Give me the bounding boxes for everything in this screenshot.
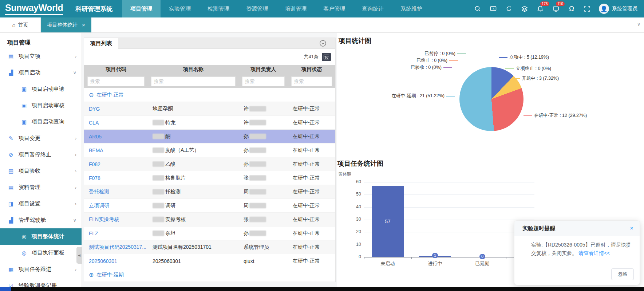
list-toolbar: 共41条 — [84, 49, 335, 65]
table-row-7[interactable]: 立项调研调研周在研中-正常 — [84, 199, 335, 213]
bar-value-label: 1 — [432, 253, 438, 258]
table-row-0[interactable]: DYG地屈孕酮许在研中-正常 — [84, 102, 335, 116]
tab-list-caret-icon[interactable]: ∨ — [637, 22, 640, 27]
popup-close-icon[interactable]: × — [630, 225, 633, 232]
table-row-10[interactable]: 测试项目代码20250317...测试项目名称2025031701系统管理员在研… — [84, 240, 335, 254]
sidebar-item-7[interactable]: ▤项目验收› — [0, 163, 82, 179]
cell-owner: 张 — [239, 216, 288, 223]
sidebar-item-11[interactable]: ◎项目整体统计 — [0, 228, 82, 245]
cell-code: 立项调研 — [84, 202, 148, 209]
monitor-icon[interactable]: 110 — [552, 5, 560, 13]
sidebar-item-label: 项目任务跟进 — [19, 266, 51, 273]
table-row-3[interactable]: BEMA度酸（A工艺）孙在研中-正常 — [84, 143, 335, 157]
column-header-2[interactable]: 项目负责人 — [239, 66, 288, 73]
panel-tab-project-list[interactable]: 项目列表 — [84, 38, 118, 49]
table-row-6[interactable]: 受托检测托检测周在研中-正常 — [84, 185, 335, 199]
nav-item-5[interactable]: 客户管理 — [315, 0, 353, 17]
pie-connector-line — [457, 54, 466, 54]
x-axis-tick — [411, 257, 412, 259]
y-tick-label: 30 — [349, 217, 361, 222]
scan-icon: ◎ — [20, 233, 28, 240]
column-header-0[interactable]: 项目代码 — [84, 66, 148, 73]
bell-icon[interactable]: 176 — [536, 5, 544, 13]
tab-active-label: 项目整体统计 — [47, 22, 78, 28]
table-row-1[interactable]: CLA特龙许在研中-正常 — [84, 116, 335, 130]
x-category-label: 已延期 — [464, 260, 501, 267]
sidebar-item-label: 项目整体统计 — [32, 233, 64, 240]
nav-item-1[interactable]: 实验管理 — [161, 0, 199, 17]
sidebar-item-0[interactable]: ▤项目立项› — [0, 48, 82, 64]
pie-label-0: 立项中 : 5 (12.19%) — [499, 54, 549, 60]
bottom-bar — [0, 287, 644, 291]
group-closed-label: 在研中-延期 — [96, 272, 124, 278]
search-input-col-0[interactable] — [87, 76, 145, 86]
cell-name: 2025060301 — [148, 258, 239, 264]
sidebar-item-10[interactable]: ▟管理驾驶舱∨ — [0, 212, 82, 228]
nav-item-6[interactable]: 查询统计 — [353, 0, 392, 17]
ignore-button[interactable]: 忽略 — [611, 268, 634, 280]
sidebar-item-1[interactable]: ▟项目启动∨ — [0, 64, 82, 81]
top-navbar: SunwayWorld 科研管理系统 项目管理实验管理检测管理资源管理培训管理客… — [0, 0, 644, 17]
omega-icon[interactable]: Ω — [568, 5, 576, 13]
cell-status: 在研中-正常 — [288, 147, 335, 154]
table-settings-icon[interactable] — [322, 53, 331, 61]
refresh-icon[interactable] — [505, 5, 513, 13]
pie-connector-line — [511, 78, 520, 79]
form-icon[interactable] — [489, 5, 497, 13]
y-tick-label: 60 — [349, 179, 361, 184]
sidebar-item-5[interactable]: ✎项目变更› — [0, 130, 82, 146]
group-header-closed[interactable]: ⊕ 在研中-延期 — [84, 268, 335, 282]
search-input-col-2[interactable] — [242, 76, 285, 86]
group-header-open[interactable]: ⊖ 在研中-正常 — [84, 88, 335, 102]
chevron-right-icon: › — [75, 168, 76, 174]
sidebar-collapse-handle[interactable]: ◀ — [76, 247, 82, 264]
cell-status: 在研中-正常 — [288, 230, 335, 237]
cell-status: 在研中-正常 — [288, 133, 335, 140]
cell-name: 实操考核 — [148, 216, 239, 223]
sidebar-item-12[interactable]: ◎项目执行面板 — [0, 245, 82, 261]
expand-group-icon: ⊕ — [89, 271, 94, 278]
sidebar-item-9[interactable]: ◨项目设置› — [0, 196, 82, 212]
nav-item-3[interactable]: 资源管理 — [238, 0, 276, 17]
y-tick-label: 10 — [349, 242, 361, 247]
close-icon[interactable]: × — [82, 22, 85, 28]
panel-collapse-icon[interactable] — [319, 40, 327, 48]
y-tick-label: 50 — [349, 192, 361, 197]
column-header-3[interactable]: 项目状态 — [288, 66, 335, 73]
nav-item-7[interactable]: 系统维护 — [392, 0, 431, 17]
bar-gridline — [364, 182, 534, 182]
table-row-8[interactable]: ELN实操考核实操考核张在研中-正常 — [84, 213, 335, 227]
sidebar-item-6[interactable]: ⊘项目暂停终止› — [0, 146, 82, 163]
pie-label-1: 立项终止 : 0 (0%) — [505, 66, 551, 72]
sidebar-item-2[interactable]: ▣项目启动申请 — [0, 81, 82, 97]
search-input-col-3[interactable] — [291, 76, 332, 86]
table-row-5[interactable]: F078格鲁肽片张在研中-正常 — [84, 171, 335, 185]
sidebar-item-4[interactable]: ▣项目启动查询 — [0, 114, 82, 130]
nav-item-2[interactable]: 检测管理 — [199, 0, 238, 17]
layers-icon[interactable] — [521, 5, 529, 13]
sidebar-item-label: 项目启动申请 — [32, 86, 64, 93]
cell-status: 在研中-正常 — [288, 244, 335, 251]
sidebar-item-13[interactable]: ▦项目任务跟进› — [0, 261, 82, 278]
sidebar-item-3[interactable]: ▣项目启动审核 — [0, 97, 82, 114]
search-input-col-1[interactable] — [151, 76, 236, 86]
table-row-4[interactable]: F082乙酸孙在研中-正常 — [84, 157, 335, 171]
cell-name: 托检测 — [148, 189, 239, 195]
table-body: DYG地屈孕酮许在研中-正常CLA特龙许在研中-正常AR05酮孙在研中-正常BE… — [84, 102, 335, 268]
table-row-2[interactable]: AR05酮孙在研中-正常 — [84, 130, 335, 143]
tab-project-statistics[interactable]: 项目整体统计 × — [41, 17, 91, 32]
sidebar-item-8[interactable]: ▤资料管理› — [0, 179, 82, 196]
table-row-11[interactable]: 20250603012025060301qiuxt在研中-正常 — [84, 254, 335, 268]
nav-item-4[interactable]: 培训管理 — [276, 0, 315, 17]
view-details-link[interactable]: 请查看详情<< — [578, 250, 610, 256]
user-box[interactable]: 👤 系统管理员 — [599, 4, 637, 14]
table-row-9[interactable]: ELZ奈坦孙在研中-正常 — [84, 227, 335, 240]
project-list-panel: 项目列表 共41条 项目代码项目名称项目负责人项目状态 ⊖ 在研中-正常 DYG… — [84, 38, 336, 282]
fullscreen-icon[interactable] — [583, 5, 591, 13]
nav-item-0[interactable]: 项目管理 — [122, 0, 161, 17]
cell-owner: 系统管理员 — [239, 244, 288, 251]
column-header-1[interactable]: 项目名称 — [148, 66, 239, 73]
search-icon[interactable] — [474, 5, 482, 13]
popup-header: 实验超时提醒 × — [514, 221, 640, 236]
tab-home[interactable]: ⌂ 首页 — [0, 17, 41, 32]
